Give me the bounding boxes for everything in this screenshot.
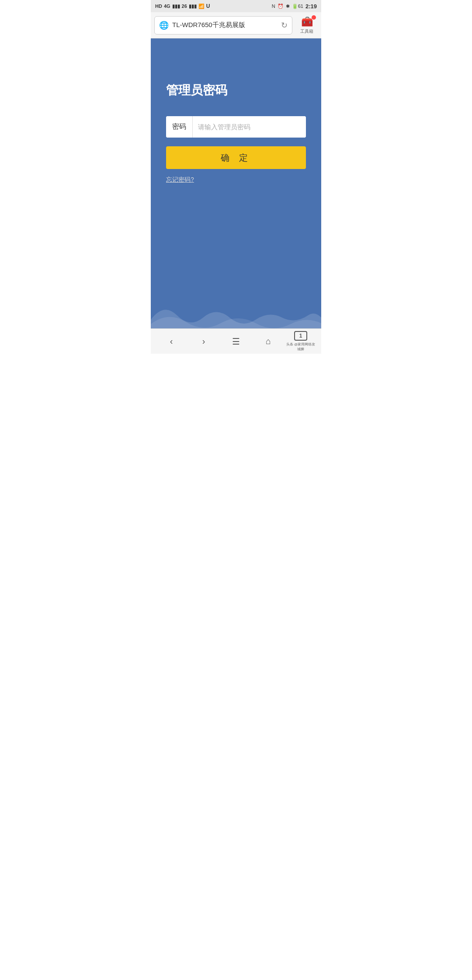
- wave-decoration: [151, 293, 321, 328]
- nfc-icon2: N: [272, 3, 275, 9]
- home-button[interactable]: ⌂: [252, 336, 285, 346]
- battery-icon: 🔋61: [292, 3, 303, 9]
- tab-button[interactable]: 1 头条 @家用网络攻城狮: [285, 331, 317, 352]
- menu-icon: ☰: [232, 336, 240, 347]
- reload-icon[interactable]: ↻: [281, 21, 288, 30]
- back-icon: ‹: [170, 336, 173, 346]
- status-right: N ⏰ ✱ 🔋61 2:19: [272, 3, 317, 10]
- signal-4g: 4G: [164, 3, 170, 9]
- status-left: HD 4G ▮▮▮ 26 ▮▮▮ 📶 U: [155, 3, 210, 9]
- forgot-password-link[interactable]: 忘记密码?: [166, 176, 306, 184]
- page-title: 管理员密码: [166, 82, 306, 99]
- tab-user-label: 头条 @家用网络攻城狮: [285, 342, 316, 352]
- bluetooth-icon: ✱: [286, 3, 290, 9]
- signal-bars2: ▮▮▮: [189, 3, 197, 9]
- menu-button[interactable]: ☰: [220, 336, 252, 347]
- globe-icon: 🌐: [159, 21, 169, 30]
- alarm-icon: ⏰: [278, 3, 284, 9]
- hd-badge: HD: [155, 3, 162, 9]
- tab-count: 1: [294, 331, 307, 341]
- status-bar: HD 4G ▮▮▮ 26 ▮▮▮ 📶 U N ⏰ ✱ 🔋61 2:19: [151, 0, 321, 12]
- back-button[interactable]: ‹: [155, 336, 187, 346]
- home-icon: ⌂: [266, 336, 271, 346]
- password-form-group: 密码: [166, 116, 306, 138]
- nfc-icon: U: [206, 3, 210, 9]
- status-time: 2:19: [305, 3, 317, 10]
- password-label: 密码: [166, 116, 193, 138]
- main-content: 管理员密码 密码 确 定 忘记密码?: [151, 38, 321, 328]
- browser-address[interactable]: 🌐 TL-WDR7650千兆易展版 ↻: [154, 16, 292, 35]
- wifi-icon: 📶: [198, 3, 205, 9]
- forward-icon: ›: [202, 336, 205, 346]
- toolbox-label: 工具箱: [300, 28, 313, 35]
- browser-bar: 🌐 TL-WDR7650千兆易展版 ↻ 🧰 工具箱: [151, 12, 321, 38]
- signal-bars: ▮▮▮: [172, 3, 180, 9]
- toolbox-icon: 🧰: [301, 16, 313, 28]
- toolbox-dot: [312, 15, 316, 20]
- forward-button[interactable]: ›: [187, 336, 220, 346]
- nav-bar: ‹ › ☰ ⌂ 1 头条 @家用网络攻城狮: [151, 328, 321, 354]
- password-input[interactable]: [193, 116, 306, 138]
- signal-26: 26: [182, 3, 187, 9]
- confirm-button[interactable]: 确 定: [166, 146, 306, 169]
- address-text: TL-WDR7650千兆易展版: [172, 21, 278, 29]
- toolbox-button[interactable]: 🧰 工具箱: [296, 16, 318, 35]
